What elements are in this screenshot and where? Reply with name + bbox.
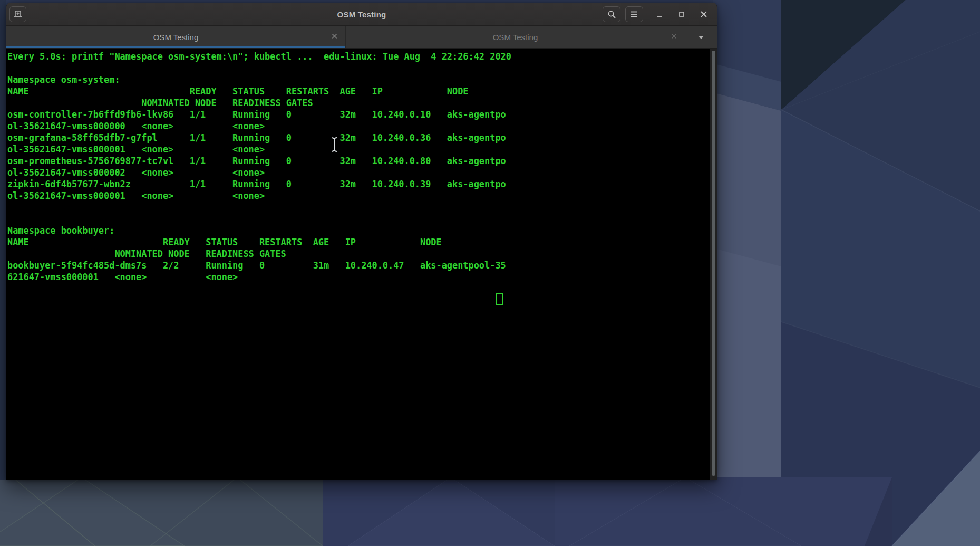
terminal-block-cursor bbox=[496, 293, 503, 305]
scrollbar-thumb[interactable] bbox=[712, 51, 715, 476]
hamburger-menu-icon bbox=[630, 11, 638, 18]
tab-label: OSM Testing bbox=[153, 33, 199, 42]
menu-button[interactable] bbox=[625, 6, 643, 22]
new-tab-button[interactable] bbox=[9, 6, 26, 22]
close-icon bbox=[700, 10, 708, 18]
tab-close-icon[interactable] bbox=[671, 32, 677, 42]
maximize-icon bbox=[677, 10, 686, 18]
titlebar[interactable]: OSM Testing bbox=[6, 3, 717, 26]
search-icon bbox=[607, 10, 616, 19]
scrollbar[interactable] bbox=[710, 49, 717, 480]
minimize-button[interactable] bbox=[651, 6, 668, 22]
search-button[interactable] bbox=[603, 6, 620, 22]
terminal-window: OSM Testing bbox=[6, 3, 717, 480]
close-button[interactable] bbox=[695, 6, 713, 22]
tab-close-icon[interactable] bbox=[331, 32, 338, 42]
tab-list-dropdown-button[interactable] bbox=[685, 26, 716, 48]
tab-bar: OSM Testing OSM Testing bbox=[6, 26, 717, 49]
new-tab-icon bbox=[13, 9, 23, 19]
minimize-icon bbox=[655, 10, 664, 18]
tab-osm-testing-2[interactable]: OSM Testing bbox=[346, 26, 685, 48]
terminal-screen[interactable]: Every 5.0s: printf "Namespace osm-system… bbox=[6, 49, 717, 480]
chevron-down-icon bbox=[697, 32, 705, 42]
maximize-button[interactable] bbox=[673, 6, 691, 22]
terminal-output: Every 5.0s: printf "Namespace osm-system… bbox=[7, 51, 511, 283]
tab-label: OSM Testing bbox=[493, 33, 538, 42]
tab-osm-testing-1[interactable]: OSM Testing bbox=[6, 26, 346, 48]
